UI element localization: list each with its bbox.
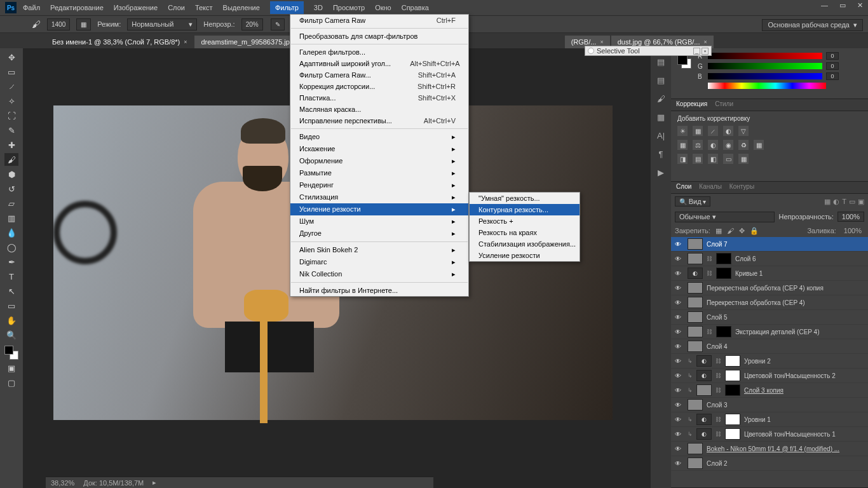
layer-name[interactable]: Цветовой тон/Насыщенность 1 (744, 431, 868, 438)
pen-tool[interactable]: ✒ (4, 255, 18, 268)
menu-item[interactable]: Адаптивный широкий угол...Alt+Shift+Ctrl… (290, 58, 468, 69)
menu-layers[interactable]: Слои (168, 4, 185, 11)
brush-panel-toggle[interactable]: ▦ (76, 18, 91, 30)
move-tool[interactable]: ✥ (4, 51, 18, 64)
layer-name[interactable]: Цветовой тон/Насыщенность 2 (744, 372, 868, 379)
menu-item[interactable]: Стилизация▸ (290, 191, 468, 203)
hand-tool[interactable]: ✋ (4, 314, 18, 327)
filter-smart[interactable]: ▣ (858, 198, 864, 206)
blend-mode[interactable]: Нормальный▾ (127, 18, 197, 30)
heal-tool[interactable]: ✚ (4, 139, 18, 151)
layer-thumb[interactable]: ◐ (696, 428, 712, 440)
chain-icon[interactable]: ⛓ (715, 358, 721, 364)
eye-icon[interactable]: 👁 (675, 372, 684, 379)
layer-row[interactable]: 👁◐⛓Кривые 1 (671, 266, 868, 281)
menu-edit[interactable]: Редактирование (50, 4, 104, 11)
g-slider[interactable] (708, 63, 822, 69)
layer-row[interactable]: 👁Перекрестная обработка (CEP 4) копия (671, 281, 868, 295)
shape-tool[interactable]: ▭ (4, 299, 18, 312)
close-icon[interactable]: × (702, 48, 709, 55)
adj-brightness[interactable]: ☀ (677, 126, 688, 136)
menu-item[interactable]: Резкость на краях (470, 227, 580, 238)
eye-icon[interactable]: 👁 (675, 314, 684, 321)
history-brush-tool[interactable]: ↺ (4, 182, 18, 195)
brush-tool[interactable]: 🖌 (4, 153, 18, 166)
layer-thumb[interactable]: ◐ (688, 268, 703, 279)
layer-name[interactable]: Экстракция деталей (CEP 4) (735, 329, 868, 336)
layer-name[interactable]: Слой 5 (707, 314, 868, 321)
menu-3d[interactable]: 3D (314, 4, 323, 11)
layer-name[interactable]: Слой 2 (707, 460, 868, 467)
layer-row[interactable]: 👁⛓Экстракция деталей (CEP 4) (671, 325, 868, 339)
layer-row[interactable]: 👁↳◐⛓Цветовой тон/Насыщенность 1 (671, 427, 868, 442)
dodge-tool[interactable]: ◯ (4, 241, 18, 254)
color-swatch[interactable] (4, 346, 18, 360)
b-value[interactable]: 0 (826, 72, 839, 80)
layer-name[interactable]: Слой 3 (707, 402, 868, 409)
layer-row[interactable]: 👁Bokeh - Nikon 50mm f/1.4 @ f/1.4 (modif… (671, 442, 868, 456)
close-icon[interactable]: ✕ (857, 1, 863, 10)
layer-thumb[interactable] (688, 399, 703, 410)
menu-item[interactable]: Фильтр Camera Raw...Shift+Ctrl+A (290, 69, 468, 81)
play-icon[interactable]: ▶ (658, 168, 664, 177)
menu-help[interactable]: Справка (402, 4, 429, 11)
layer-thumb[interactable] (688, 326, 703, 337)
chain-icon[interactable]: ⛓ (715, 372, 721, 379)
eyedropper-tool[interactable]: ✎ (4, 124, 18, 137)
layer-thumb[interactable] (688, 458, 703, 469)
adj-vibrance[interactable]: ▽ (738, 126, 749, 136)
tab-corrections[interactable]: Коррекция (676, 100, 707, 109)
workspace-select[interactable]: Основная рабочая среда▾ (762, 19, 863, 31)
layer-mask[interactable] (725, 370, 740, 381)
layer-kind[interactable]: 🔍 Вид ▾ (675, 196, 710, 207)
tab-styles[interactable]: Стили (715, 100, 733, 109)
brush-size[interactable]: 1400 (47, 18, 70, 30)
hue-ramp[interactable] (708, 83, 826, 89)
menu-item[interactable]: Масляная краска... (290, 104, 468, 115)
filter-type[interactable]: T (842, 198, 846, 206)
layer-row[interactable]: 👁Слой 4 (671, 339, 868, 354)
menu-item[interactable]: Искажение▸ (290, 143, 468, 155)
menu-item[interactable]: Размытие▸ (290, 167, 468, 179)
menu-item[interactable]: Фильтр Camera RawCtrl+F (290, 15, 468, 26)
layer-mask[interactable] (725, 384, 740, 396)
layer-row[interactable]: 👁Слой 2 (671, 456, 868, 471)
eye-icon[interactable]: 👁 (675, 358, 684, 365)
eye-icon[interactable]: 👁 (675, 431, 684, 438)
eye-icon[interactable]: 👁 (675, 270, 684, 277)
layer-name[interactable]: Bokeh - Nikon 50mm f/1.4 @ f/1.4 (modifi… (707, 445, 868, 452)
menu-item[interactable]: Коррекция дисторсии...Shift+Ctrl+R (290, 81, 468, 92)
chain-icon[interactable]: ⛓ (707, 329, 712, 335)
para-icon[interactable]: ¶ (659, 149, 663, 159)
adj-selcolor[interactable]: ▦ (738, 154, 749, 164)
lock-all[interactable]: 🔒 (750, 227, 759, 235)
opacity[interactable]: 20% (241, 18, 263, 30)
menu-item[interactable]: Оформление▸ (290, 155, 468, 167)
lock-paint[interactable]: 🖌 (727, 227, 734, 234)
menu-image[interactable]: Изображение (114, 4, 158, 11)
menu-item[interactable]: Резкость + (470, 215, 580, 227)
menu-view[interactable]: Просмотр (333, 4, 365, 11)
type-tool[interactable]: T (4, 270, 18, 283)
layer-row[interactable]: 👁↳◐⛓Цветовой тон/Насыщенность 2 (671, 369, 868, 383)
screenmode-toggle[interactable]: ▢ (4, 376, 18, 389)
menu-item[interactable]: Видео▸ (290, 131, 468, 143)
menu-item[interactable]: Alien Skin Bokeh 2▸ (290, 244, 468, 256)
adj-photofilter[interactable]: ◉ (723, 140, 733, 150)
layer-mask[interactable] (716, 326, 731, 337)
layer-name[interactable]: Слой 7 (707, 241, 868, 248)
eye-icon[interactable]: 👁 (675, 329, 684, 336)
g-value[interactable]: 0 (826, 62, 839, 70)
doc-tab[interactable]: Без имени-1 @ 38,3% (Слой 7, RGB/8*)× (46, 36, 193, 48)
crop-tool[interactable]: ⛶ (4, 109, 18, 122)
close-icon[interactable]: × (703, 39, 707, 45)
layer-thumb[interactable] (688, 311, 703, 323)
swatches-icon[interactable]: ▦ (657, 112, 665, 122)
color-swatch[interactable] (677, 55, 690, 67)
adj-invert[interactable]: ◨ (677, 154, 688, 164)
layer-thumb[interactable]: ◐ (696, 370, 712, 381)
wand-tool[interactable]: ✧ (4, 95, 18, 107)
menu-item[interactable]: Найти фильтры в Интернете... (290, 285, 468, 296)
layer-name[interactable]: Перекрестная обработка (CEP 4) копия (707, 285, 868, 292)
layer-thumb[interactable] (696, 384, 712, 396)
